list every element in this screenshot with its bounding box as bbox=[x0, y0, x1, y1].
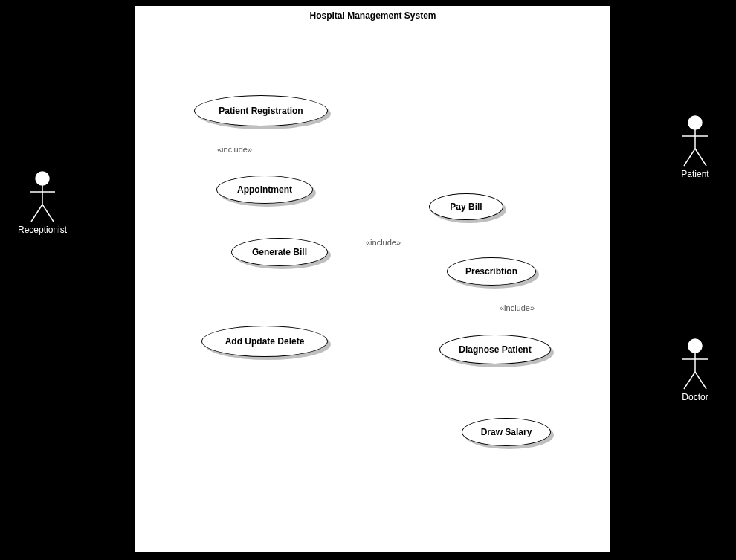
actor-patient: Patient bbox=[677, 115, 714, 182]
actor-patient-label: Patient bbox=[677, 169, 714, 179]
actor-doctor: Doctor bbox=[677, 338, 714, 405]
actor-receptionist-label: Receptionist bbox=[13, 225, 72, 235]
diagram-canvas: Hospital Management System Receptionist … bbox=[0, 0, 736, 560]
include-label-3: «include» bbox=[500, 303, 535, 312]
usecase-label: Prescribtion bbox=[461, 266, 522, 277]
usecase-label: Add Update Delete bbox=[221, 336, 309, 347]
actor-icon bbox=[677, 338, 714, 390]
svg-line-3 bbox=[31, 205, 42, 222]
svg-point-5 bbox=[688, 116, 702, 129]
usecase-label: Appointment bbox=[233, 184, 297, 195]
svg-line-8 bbox=[684, 149, 695, 166]
usecase-diagnose-patient: Diagnose Patient bbox=[439, 335, 551, 364]
usecase-label: Patient Registration bbox=[214, 106, 307, 116]
usecase-generate-bill: Generate Bill bbox=[231, 238, 328, 266]
usecase-appointment: Appointment bbox=[216, 176, 313, 204]
usecase-label: Diagnose Patient bbox=[454, 344, 535, 355]
usecase-draw-salary: Draw Salary bbox=[462, 418, 551, 446]
usecase-prescription: Prescribtion bbox=[447, 257, 536, 286]
usecase-label: Draw Salary bbox=[477, 427, 537, 437]
svg-line-13 bbox=[684, 372, 695, 389]
svg-line-4 bbox=[42, 205, 54, 222]
system-title: Hospital Management System bbox=[135, 10, 610, 21]
include-label-1: «include» bbox=[217, 145, 252, 154]
system-boundary: Hospital Management System bbox=[135, 5, 611, 553]
svg-point-10 bbox=[688, 339, 702, 353]
actor-icon bbox=[24, 171, 61, 223]
usecase-label: Generate Bill bbox=[248, 247, 311, 257]
include-label-2: «include» bbox=[366, 238, 401, 247]
actor-doctor-label: Doctor bbox=[678, 392, 712, 402]
usecase-label: Pay Bill bbox=[445, 202, 486, 212]
actor-icon bbox=[677, 115, 714, 167]
svg-point-0 bbox=[36, 172, 49, 185]
usecase-add-update-delete: Add Update Delete bbox=[201, 326, 328, 357]
usecase-patient-registration: Patient Registration bbox=[194, 95, 328, 126]
svg-line-9 bbox=[695, 149, 706, 166]
usecase-pay-bill: Pay Bill bbox=[429, 193, 503, 220]
actor-receptionist: Receptionist bbox=[24, 171, 61, 238]
svg-line-14 bbox=[695, 372, 706, 389]
